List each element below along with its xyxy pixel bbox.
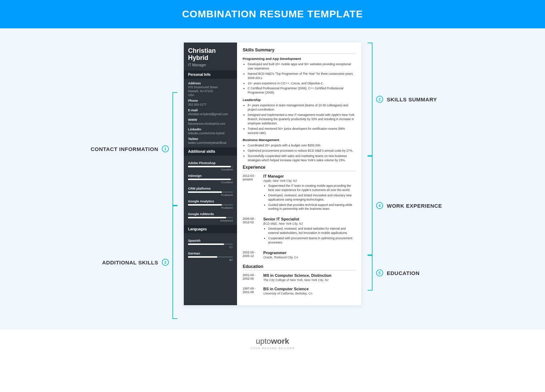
callouts-right: 2SKILLS SUMMARY4WORK EXPERIENCE5EDUCATIO… (368, 43, 460, 291)
summary-list: 8+ years experience in team management (… (243, 103, 356, 135)
summary-subheading: Programming and App Development (243, 57, 356, 61)
skill-level: Excellent (188, 168, 233, 171)
summary-list: Coordinated 20+ projects with a budget o… (243, 144, 356, 163)
callout-right: 4WORK EXPERIENCE (368, 156, 442, 255)
summary-item: Successfully cooperated with sales and m… (248, 154, 356, 163)
summary-item: Optimized procurement processes to reduc… (248, 149, 356, 153)
resume-document: Christian Hybrid IT Manager Personal Inf… (184, 43, 361, 305)
callout-label: 4WORK EXPERIENCE (376, 202, 442, 209)
bracket-icon (368, 43, 373, 156)
contact-block: Address970 Drummond StreetNewark, NJ 071… (184, 79, 237, 147)
callout-number: 2 (376, 96, 383, 103)
experience-body: IT ManagerApple, New York City, NJSupper… (263, 174, 356, 213)
summary-list: Developed and built 20+ mobile apps and … (243, 62, 356, 95)
footer: uptowork YOUR RESUME BUILDER (0, 330, 545, 360)
contact-label: Phone (188, 99, 233, 102)
education-title: MS in Computer Science, Distinction (263, 273, 356, 278)
callout-label: CONTACT INFORMATION1 (90, 145, 169, 152)
experience-title: Programmer (263, 251, 356, 255)
experience-body: Senior IT SpecialistBCD M&E, New York Ci… (263, 217, 356, 247)
skill-bar (188, 217, 233, 218)
bracket-icon (172, 92, 177, 206)
contact-value: linkedin.com/in/chris-hybrid (188, 131, 233, 135)
callout-text: ADDITIONAL SKILLS (102, 259, 158, 265)
callout-number: 4 (376, 202, 383, 209)
experience-bullets: Developed, reviewed, and tested websites… (263, 227, 356, 245)
experience-row: 2002-09 - 2005-12ProgrammerOracle, Redwo… (243, 251, 356, 261)
contact-value: twitter.com/chrishybridofficial (188, 141, 233, 145)
summary-item: 15+ years experience in C/C++, Cocoa, an… (248, 82, 356, 86)
education-row: 2001-09 - 2002-06MS in Computer Science,… (243, 273, 356, 283)
education-row: 1997-09 - 2001-06BS in Computer ScienceU… (243, 287, 356, 297)
skill-bar (188, 256, 233, 258)
skill-bar (188, 179, 233, 180)
skill-name: Adobe Photoshop (188, 161, 233, 165)
education-body: MS in Computer Science, DistinctionThe C… (263, 273, 356, 283)
experience-bullet: Guided talent that provides technical su… (268, 203, 356, 212)
education-dates: 2001-09 - 2002-06 (243, 273, 260, 283)
experience-bullet: Developed, reviewed, and tested innovati… (268, 194, 356, 202)
contact-value: USA (188, 93, 233, 97)
experience-dates: 2012-03 - present (243, 174, 260, 213)
callout-text: WORK EXPERIENCE (387, 203, 442, 209)
languages-block: SpanishC1GermanB2 (184, 233, 237, 264)
skill-level: C1 (188, 246, 233, 249)
skill-item: GermanB2 (188, 252, 233, 262)
education-title: BS in Computer Science (263, 287, 356, 291)
callout-label: 5EDUCATION (376, 269, 420, 276)
experience-body: ProgrammerOracle, Redwood City, CA (263, 251, 356, 261)
callout-number: 5 (376, 269, 383, 276)
summary-item: 8+ years experience in team management (… (248, 103, 356, 112)
callout-text: CONTACT INFORMATION (90, 146, 158, 152)
contact-value: christian.w.hybrid@gmail.com (188, 112, 233, 116)
skill-bar (188, 191, 233, 193)
experience-dates: 2006-08 - 2012-02 (243, 217, 260, 247)
experience-org: BCD M&E, New York City, NJ (263, 222, 356, 225)
experience-header: Experience (243, 165, 356, 171)
resume-sidebar: Christian Hybrid IT Manager Personal Inf… (184, 43, 237, 305)
resume-role: IT Manager (184, 62, 237, 71)
personal-info-header: Personal Info (184, 71, 237, 79)
contact-label: Twitter (188, 137, 233, 141)
bracket-icon (368, 255, 373, 291)
education-body: BS in Computer ScienceUniversity of Cali… (263, 287, 356, 297)
skill-bar (188, 166, 233, 167)
skill-level: Proficient (188, 206, 233, 209)
footer-tagline: YOUR RESUME BUILDER (0, 347, 545, 350)
summary-item: C Certified Professional Programmer (200… (248, 86, 356, 95)
contact-value: 202 555 0177 (188, 103, 233, 106)
skill-bar-fill (188, 204, 222, 206)
experience-row: 2006-08 - 2012-02Senior IT SpecialistBCD… (243, 217, 356, 247)
skill-item: InDesignExcellent (188, 174, 233, 184)
summary-item: Developed and built 20+ mobile apps and … (248, 62, 356, 71)
education-org: University of California, Berkeley, CA (263, 292, 356, 295)
experience-bullet: Suppervised the IT team in creating mobi… (268, 184, 356, 192)
experience-bullet: Cooperated with procurement teams in opt… (268, 236, 356, 245)
education-header: Education (243, 264, 356, 270)
skill-name: CRM platforms (188, 187, 233, 190)
bracket-icon (172, 206, 177, 319)
callout-right: 5EDUCATION (368, 255, 420, 291)
skill-name: Google Analytics (188, 200, 233, 203)
experience-body: 2012-03 - presentIT ManagerApple, New Yo… (243, 174, 356, 261)
skill-name: InDesign (188, 174, 233, 178)
skill-bar (188, 243, 233, 245)
skill-bar-fill (188, 166, 231, 167)
callout-left: ADDITIONAL SKILLS3 (102, 206, 177, 319)
contact-value: 970 Drummond Street (188, 85, 233, 89)
education-org: The City College of New York, New York C… (263, 278, 356, 282)
skill-level: Excellent (188, 181, 233, 184)
callout-text: SKILLS SUMMARY (387, 96, 437, 102)
callout-text: EDUCATION (387, 270, 420, 276)
contact-label: Address (188, 82, 233, 85)
stage: CONTACT INFORMATION1ADDITIONAL SKILLS3 C… (0, 28, 545, 330)
contact-label: WWW (188, 118, 233, 122)
summary-item: Named BCD M&E's "Top Programmer of The Y… (248, 72, 356, 80)
callout-label: ADDITIONAL SKILLS3 (102, 259, 169, 266)
experience-org: Apple, New York City, NJ (263, 179, 356, 183)
skill-bar-fill (188, 217, 226, 218)
callout-number: 3 (162, 259, 169, 266)
callouts-left: CONTACT INFORMATION1ADDITIONAL SKILLS3 (85, 43, 177, 319)
experience-title: Senior IT Specialist (263, 217, 356, 221)
resume-name: Christian Hybrid (184, 43, 237, 62)
